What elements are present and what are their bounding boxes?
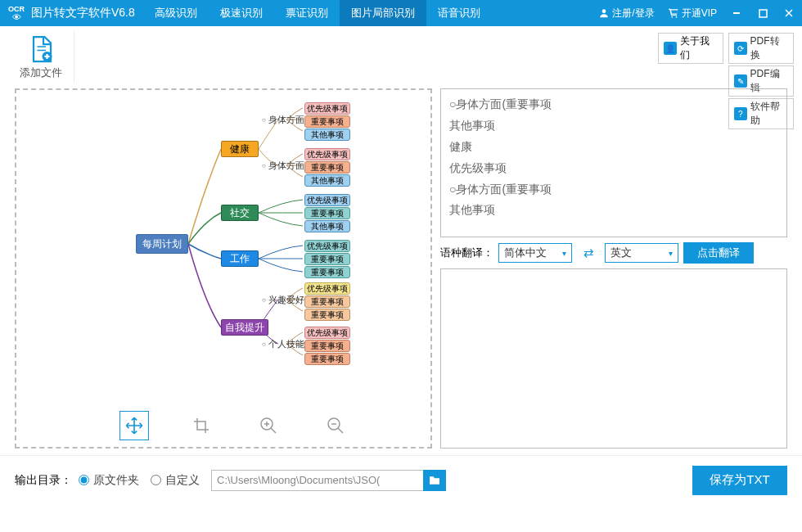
mm-tag: 重要事项 xyxy=(304,207,350,219)
lang-from-select[interactable]: 简体中文▾ xyxy=(498,243,572,263)
edit-icon: ✎ xyxy=(734,74,747,88)
mm-sub: 兴趣爱好 xyxy=(262,294,304,306)
register-login-button[interactable]: 注册/登录 xyxy=(592,0,660,26)
mm-tag: 其他事项 xyxy=(304,174,350,187)
mm-tag: 重要事项 xyxy=(304,161,350,174)
mm-cat-work: 工作 xyxy=(221,250,259,267)
mm-cat-self: 自我提升 xyxy=(221,319,268,336)
translation-result-box[interactable] xyxy=(440,268,787,449)
mm-tag: 其他事项 xyxy=(304,128,350,141)
tab-advanced[interactable]: 高级识别 xyxy=(143,0,209,26)
results-panel: ○身体方面(重要事项 其他事项 健康 优先级事项 ○身体方面(重要事项 其他事项… xyxy=(440,88,787,449)
mm-tag: 重要事项 xyxy=(304,353,350,365)
mm-sub: 个人技能 xyxy=(262,338,304,350)
mm-tag: 优先级事项 xyxy=(304,282,350,295)
cart-icon xyxy=(668,7,679,19)
result-line: 其他事项 xyxy=(449,115,778,137)
folder-icon xyxy=(428,474,441,487)
translate-label: 语种翻译： xyxy=(440,246,493,260)
mm-tag: 重要事项 xyxy=(304,253,350,265)
main-menu: 高级识别 极速识别 票证识别 图片局部识别 语音识别 xyxy=(143,0,492,26)
add-file-icon xyxy=(26,34,56,64)
main-area: 每周计划 健康 社交 工作 自我提升 身体方面 身体方面 兴趣爱好 个人技能 优… xyxy=(0,85,802,452)
mm-tag: 优先级事项 xyxy=(304,148,350,160)
mm-tag: 优先级事项 xyxy=(304,102,350,115)
mm-tag: 其他事项 xyxy=(304,220,350,232)
browse-folder-button[interactable] xyxy=(423,470,446,491)
translate-button[interactable]: 点击翻译 xyxy=(683,242,754,264)
ocr-result-box[interactable]: ○身体方面(重要事项 其他事项 健康 优先级事项 ○身体方面(重要事项 其他事项 xyxy=(440,88,787,237)
preview-toolbar xyxy=(16,408,430,444)
tab-ticket[interactable]: 票证识别 xyxy=(274,0,340,26)
svg-point-0 xyxy=(602,9,606,13)
output-path-input[interactable] xyxy=(211,470,424,491)
save-txt-button[interactable]: 保存为TXT xyxy=(692,466,787,495)
close-button[interactable] xyxy=(776,0,802,26)
mm-tag: 重要事项 xyxy=(304,115,350,128)
svg-point-1 xyxy=(671,16,673,18)
mm-tag: 优先级事项 xyxy=(304,240,350,252)
app-logo: OCR👁 xyxy=(5,0,28,26)
mm-tag: 重要事项 xyxy=(304,266,350,278)
mm-sub: 身体方面 xyxy=(262,160,304,172)
svg-rect-4 xyxy=(759,10,767,17)
result-line: 其他事项 xyxy=(449,200,778,221)
result-line: 优先级事项 xyxy=(449,158,778,179)
title-bar: OCR👁 图片转文字软件V6.8 高级识别 极速识别 票证识别 图片局部识别 语… xyxy=(0,0,802,26)
pdf-convert-button[interactable]: ⟳PDF转换 xyxy=(728,33,794,64)
mm-tag: 优先级事项 xyxy=(304,194,350,206)
add-file-button[interactable]: 添加文件 xyxy=(8,31,74,83)
mm-root: 每周计划 xyxy=(136,234,188,254)
move-tool-button[interactable] xyxy=(119,411,149,440)
result-line: ○身体方面(重要事项 xyxy=(449,94,778,115)
user-icon xyxy=(598,7,610,19)
image-preview-panel[interactable]: 每周计划 健康 社交 工作 自我提升 身体方面 身体方面 兴趣爱好 个人技能 优… xyxy=(15,88,432,449)
mm-sub: 身体方面 xyxy=(262,114,304,126)
about-button[interactable]: 👤关于我们 xyxy=(658,33,723,64)
svg-line-17 xyxy=(338,428,343,433)
tab-region[interactable]: 图片局部识别 xyxy=(340,0,426,26)
svg-line-13 xyxy=(271,428,276,433)
chevron-down-icon: ▾ xyxy=(562,249,566,258)
vip-button[interactable]: 开通VIP xyxy=(661,0,723,26)
mm-cat-health: 健康 xyxy=(221,141,259,157)
output-label: 输出目录： xyxy=(15,473,72,488)
minimize-button[interactable] xyxy=(723,0,750,26)
translate-bar: 语种翻译： 简体中文▾ ⇄ 英文▾ 点击翻译 xyxy=(440,242,787,264)
mm-cat-social: 社交 xyxy=(221,205,259,221)
mm-tag: 优先级事项 xyxy=(304,327,350,339)
maximize-button[interactable] xyxy=(750,0,776,26)
zoom-out-button[interactable] xyxy=(321,411,350,440)
mm-tag: 重要事项 xyxy=(304,309,350,321)
svg-point-2 xyxy=(675,16,677,18)
chevron-down-icon: ▾ xyxy=(669,249,673,258)
zoom-in-button[interactable] xyxy=(254,411,283,440)
convert-icon: ⟳ xyxy=(734,42,747,55)
mindmap-image: 每周计划 健康 社交 工作 自我提升 身体方面 身体方面 兴趣爱好 个人技能 优… xyxy=(16,90,430,406)
result-line: 健康 xyxy=(449,137,778,158)
mm-tag: 重要事项 xyxy=(304,340,350,352)
app-title: 图片转文字软件V6.8 xyxy=(31,6,135,20)
user-small-icon: 👤 xyxy=(664,42,677,55)
mm-tag: 重要事项 xyxy=(304,295,350,308)
result-line: ○身体方面(重要事项 xyxy=(449,179,778,201)
output-original-radio[interactable]: 原文件夹 xyxy=(79,473,139,488)
tab-fast[interactable]: 极速识别 xyxy=(209,0,274,26)
crop-tool-button[interactable] xyxy=(187,411,216,440)
tab-voice[interactable]: 语音识别 xyxy=(426,0,492,26)
swap-lang-button[interactable]: ⇄ xyxy=(577,243,600,263)
bottom-bar: 输出目录： 原文件夹 自定义 保存为TXT xyxy=(0,455,802,504)
output-custom-radio[interactable]: 自定义 xyxy=(151,473,200,488)
lang-to-select[interactable]: 英文▾ xyxy=(605,243,678,263)
toolbar: 添加文件 👤关于我们 ⟳PDF转换 ✎PDF编辑 ?软件帮助 xyxy=(0,26,802,85)
